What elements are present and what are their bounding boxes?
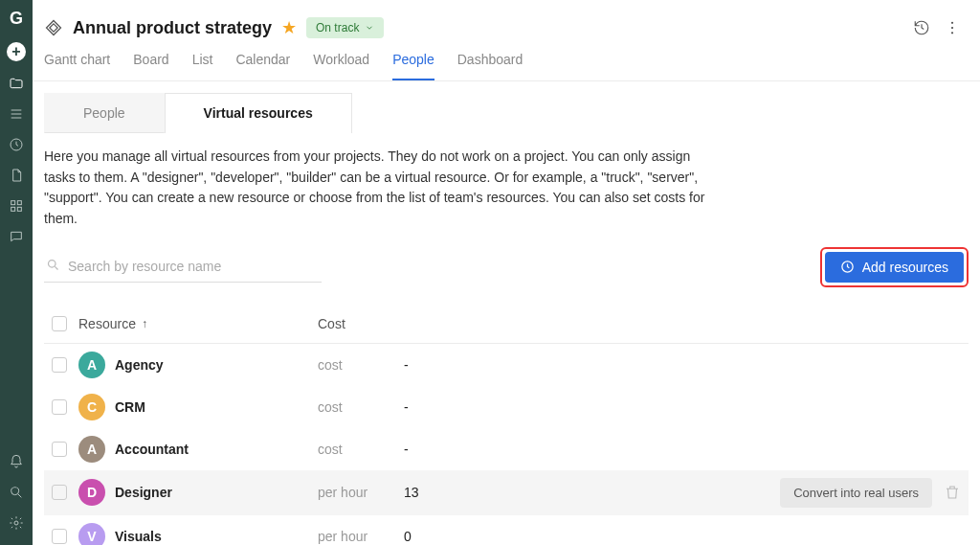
header: Annual product strategy ★ On track bbox=[33, 0, 980, 48]
avatar: C bbox=[78, 394, 105, 420]
tab-workload[interactable]: Workload bbox=[313, 48, 369, 80]
svg-rect-4 bbox=[17, 207, 21, 211]
svg-point-8 bbox=[951, 27, 953, 29]
search-input[interactable] bbox=[68, 259, 320, 274]
main-content: Annual product strategy ★ On track Gantt… bbox=[33, 0, 980, 545]
clock-small-icon bbox=[840, 260, 855, 274]
avatar: D bbox=[78, 479, 105, 506]
resource-name: Visuals bbox=[115, 529, 162, 544]
tab-list[interactable]: List bbox=[192, 48, 213, 80]
table-row[interactable]: A Accountant cost - bbox=[44, 428, 969, 470]
more-icon[interactable] bbox=[944, 19, 961, 36]
avatar: V bbox=[78, 523, 105, 545]
svg-point-6 bbox=[14, 521, 18, 525]
svg-rect-3 bbox=[11, 207, 15, 211]
resource-name: Accountant bbox=[115, 442, 189, 457]
convert-button[interactable]: Convert into real users bbox=[780, 478, 932, 508]
status-badge[interactable]: On track bbox=[306, 17, 384, 38]
svg-point-7 bbox=[951, 22, 953, 24]
row-checkbox[interactable] bbox=[52, 357, 67, 373]
chevron-down-icon bbox=[365, 23, 374, 33]
resource-name: Agency bbox=[115, 357, 164, 373]
add-button-label: Add resources bbox=[862, 260, 948, 275]
tab-board[interactable]: Board bbox=[133, 48, 168, 80]
file-icon[interactable] bbox=[8, 167, 25, 184]
cost-type: cost bbox=[318, 357, 404, 373]
tabs: Gantt chart Board List Calendar Workload… bbox=[33, 48, 980, 81]
search-icon bbox=[46, 258, 60, 276]
resource-name: Designer bbox=[115, 485, 172, 500]
row-checkbox[interactable] bbox=[52, 529, 67, 544]
cost-type: cost bbox=[318, 442, 404, 457]
add-button-highlight: Add resources bbox=[820, 247, 969, 287]
column-resource[interactable]: Resource ↑ bbox=[78, 316, 318, 331]
page-title: Annual product strategy bbox=[73, 18, 272, 38]
sidebar: G + bbox=[0, 0, 33, 545]
sort-arrow-icon: ↑ bbox=[142, 317, 147, 330]
svg-point-5 bbox=[11, 488, 19, 495]
table-row[interactable]: C CRM cost - bbox=[44, 386, 969, 428]
toolbar: Add resources bbox=[33, 247, 980, 305]
table-row[interactable]: A Agency cost - bbox=[44, 344, 969, 386]
cost-value: - bbox=[404, 357, 500, 373]
chat-icon[interactable] bbox=[8, 228, 25, 245]
resource-name: CRM bbox=[115, 399, 145, 415]
history-icon[interactable] bbox=[913, 19, 930, 36]
bell-icon[interactable] bbox=[8, 453, 25, 470]
search-icon[interactable] bbox=[8, 484, 25, 501]
add-icon[interactable]: + bbox=[7, 42, 26, 61]
app-logo[interactable]: G bbox=[6, 8, 27, 29]
row-checkbox[interactable] bbox=[52, 442, 67, 457]
avatar: A bbox=[78, 352, 105, 378]
clock-icon[interactable] bbox=[8, 136, 25, 153]
row-checkbox[interactable] bbox=[52, 485, 67, 500]
diamond-icon bbox=[44, 18, 63, 37]
row-checkbox[interactable] bbox=[52, 399, 67, 415]
svg-rect-2 bbox=[17, 201, 21, 205]
add-resources-button[interactable]: Add resources bbox=[825, 252, 964, 283]
table-header: Resource ↑ Cost bbox=[44, 305, 969, 344]
description-text: Here you manage all virtual resources fr… bbox=[33, 133, 722, 247]
svg-point-10 bbox=[49, 260, 56, 267]
column-cost[interactable]: Cost bbox=[318, 316, 404, 331]
star-icon[interactable]: ★ bbox=[281, 17, 297, 38]
cost-value: - bbox=[404, 399, 500, 415]
folder-icon[interactable] bbox=[8, 75, 25, 92]
tab-dashboard[interactable]: Dashboard bbox=[457, 48, 523, 80]
subtab-virtual[interactable]: Virtual resources bbox=[165, 93, 352, 133]
cost-type: per hour bbox=[318, 529, 404, 544]
cost-type: cost bbox=[318, 399, 404, 415]
svg-rect-1 bbox=[11, 201, 15, 205]
cost-value: - bbox=[404, 442, 500, 457]
list-icon[interactable] bbox=[8, 105, 25, 123]
select-all-checkbox[interactable] bbox=[52, 316, 67, 331]
search-box bbox=[44, 252, 322, 283]
table-row[interactable]: V Visuals per hour 0 bbox=[44, 515, 969, 545]
tab-calendar[interactable]: Calendar bbox=[235, 48, 290, 80]
gear-icon[interactable] bbox=[8, 514, 25, 532]
svg-point-9 bbox=[951, 32, 953, 34]
grid-icon[interactable] bbox=[8, 197, 25, 215]
avatar: A bbox=[78, 436, 105, 463]
table-row[interactable]: D Designer per hour 13 Convert into real… bbox=[44, 470, 969, 515]
tab-gantt[interactable]: Gantt chart bbox=[44, 48, 110, 80]
cost-value: 0 bbox=[404, 529, 500, 544]
subtabs: People Virtual resources bbox=[44, 93, 969, 133]
status-label: On track bbox=[316, 21, 359, 34]
trash-icon[interactable] bbox=[944, 484, 961, 501]
tab-people[interactable]: People bbox=[392, 48, 434, 80]
subtab-people[interactable]: People bbox=[44, 93, 165, 133]
cost-value: 13 bbox=[404, 485, 500, 500]
cost-type: per hour bbox=[318, 485, 404, 500]
resources-table: Resource ↑ Cost A Agency cost - C CRM co… bbox=[33, 305, 980, 545]
